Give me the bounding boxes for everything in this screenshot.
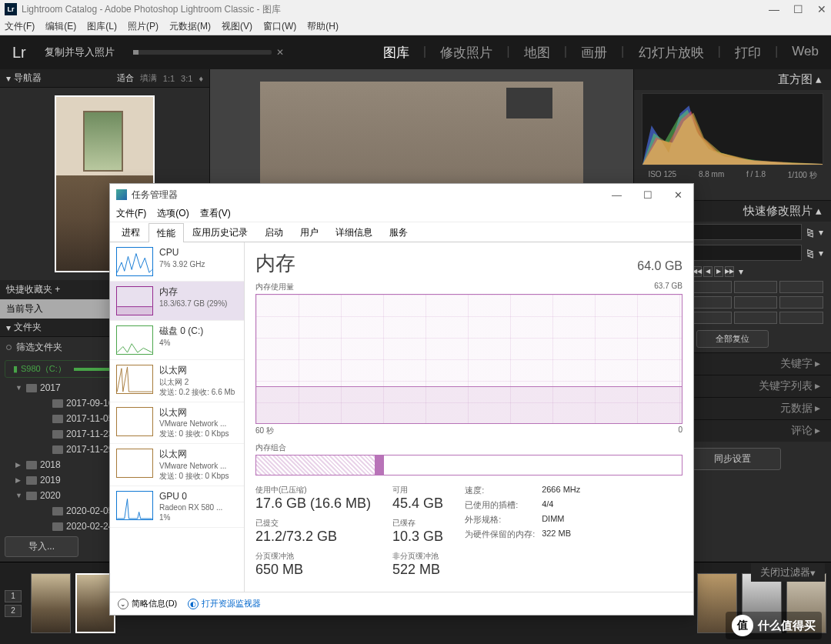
module-slideshow[interactable]: 幻灯片放映 xyxy=(639,44,704,62)
tm-footer: ⌄简略信息(D) ◐打开资源监视器 xyxy=(110,592,693,615)
minimize-button[interactable]: — xyxy=(769,3,779,15)
navigator-header[interactable]: ▾ 导航器 适合 填满 1:1 3:1 ♦ xyxy=(0,69,209,88)
tm-side-eth3[interactable]: 以太网VMware Network ...发送: 0 接收: 0 Kbps xyxy=(110,444,244,486)
tm-side-gpu[interactable]: GPU 0Radeon RX 580 ...1% xyxy=(110,486,244,529)
menu-photo[interactable]: 照片(P) xyxy=(128,20,159,33)
zoom-fit[interactable]: 适合 xyxy=(117,72,134,84)
tm-memory-composition xyxy=(255,455,682,475)
window-titlebar: Lr Lightroom Catalog - Adobe Photoshop L… xyxy=(0,0,831,18)
zoom-3-1[interactable]: 3:1 xyxy=(181,74,192,83)
smzdm-icon: 值 xyxy=(732,615,753,636)
menu-library[interactable]: 图库(L) xyxy=(87,20,117,33)
module-develop[interactable]: 修改照片 xyxy=(440,44,492,62)
module-picker-bar: Lr 复制并导入照片 ✕ 图库| 修改照片| 地图| 画册| 幻灯片放映| 打印… xyxy=(0,35,831,69)
cancel-task-icon[interactable]: ✕ xyxy=(276,47,284,58)
tm-tabs: 进程 性能 应用历史记录 启动 用户 详细信息 服务 xyxy=(110,222,693,242)
app-icon: Lr xyxy=(5,3,17,15)
tm-open-resmon[interactable]: ◐打开资源监视器 xyxy=(188,598,261,609)
filmstrip-thumb[interactable] xyxy=(31,573,71,633)
reset-button[interactable]: 全部复位 xyxy=(696,330,769,348)
close-filter[interactable]: 关闭过滤器 ▾ xyxy=(751,563,825,582)
zoom-fill[interactable]: 填满 xyxy=(140,72,157,84)
tab-apphistory[interactable]: 应用历史记录 xyxy=(184,222,256,242)
tm-capacity: 64.0 GB xyxy=(637,259,682,273)
module-map[interactable]: 地图 xyxy=(524,44,550,62)
tm-close[interactable]: ✕ xyxy=(669,189,687,201)
tm-minimize[interactable]: — xyxy=(607,189,626,201)
menu-window[interactable]: 窗口(W) xyxy=(263,20,296,33)
dropdown-icon[interactable]: ⧎ xyxy=(806,248,814,259)
exif-strip: ISO 1258.8 mmf / 1.81/100 秒 xyxy=(634,169,831,182)
tm-side-disk[interactable]: 磁盘 0 (C:)4% xyxy=(110,321,244,360)
histogram[interactable] xyxy=(642,93,823,165)
module-book[interactable]: 画册 xyxy=(581,44,607,62)
module-print[interactable]: 打印 xyxy=(735,44,761,62)
maximize-button[interactable]: ☐ xyxy=(793,3,803,15)
tab-services[interactable]: 服务 xyxy=(381,222,416,242)
task-manager-window: 任务管理器 — ☐ ✕ 文件(F) 选项(O) 查看(V) 进程 性能 应用历史… xyxy=(109,183,694,616)
tab-processes[interactable]: 进程 xyxy=(113,222,149,242)
tab-startup[interactable]: 启动 xyxy=(256,222,292,242)
tm-menu[interactable]: 文件(F) 选项(O) 查看(V) xyxy=(110,205,693,222)
window-title: Lightroom Catalog - Adobe Photoshop Ligh… xyxy=(22,3,281,16)
tm-side-cpu[interactable]: CPU7% 3.92 GHz xyxy=(110,242,244,282)
tab-users[interactable]: 用户 xyxy=(292,222,327,242)
tm-committed-value: 21.2/73.2 GB xyxy=(255,529,371,545)
tm-titlebar[interactable]: 任务管理器 — ☐ ✕ xyxy=(110,184,693,205)
import-progress xyxy=(133,50,272,55)
module-web[interactable]: Web xyxy=(792,44,819,62)
tm-nonpaged-value: 522 MB xyxy=(392,562,443,578)
histogram-header[interactable]: 直方图 ▴ xyxy=(634,69,831,90)
view-mode-2[interactable]: 2 xyxy=(5,605,22,617)
tm-maximize[interactable]: ☐ xyxy=(639,189,657,201)
tm-sidebar: CPU7% 3.92 GHz 内存18.3/63.7 GB (29%) 磁盘 0… xyxy=(110,242,245,592)
tm-available-value: 45.4 GB xyxy=(392,496,443,512)
tab-performance[interactable]: 性能 xyxy=(149,223,184,242)
task-label: 复制并导入照片 xyxy=(45,45,115,59)
menu-file[interactable]: 文件(F) xyxy=(5,20,35,33)
tm-paged-value: 650 MB xyxy=(255,562,371,578)
menu-view[interactable]: 视图(V) xyxy=(222,20,252,33)
tm-brief-toggle[interactable]: ⌄简略信息(D) xyxy=(118,598,177,609)
view-mode-1[interactable]: 1 xyxy=(5,590,22,602)
tm-menu-file[interactable]: 文件(F) xyxy=(116,207,146,220)
tm-title: 任务管理器 xyxy=(132,189,178,202)
tm-used-value: 17.6 GB (16.6 MB) xyxy=(255,496,371,512)
menu-help[interactable]: 帮助(H) xyxy=(307,20,339,33)
menu-edit[interactable]: 编辑(E) xyxy=(45,20,76,33)
tab-details[interactable]: 详细信息 xyxy=(327,222,381,242)
tm-usage-max: 63.7 GB xyxy=(654,282,682,292)
dropdown-icon[interactable]: ⧎ xyxy=(806,227,814,238)
import-button[interactable]: 导入... xyxy=(5,536,78,557)
tm-metric-title: 内存 xyxy=(255,250,295,277)
tm-main: 内存64.0 GB 内存使用量63.7 GB 60 秒0 内存组合 使用中(已压… xyxy=(245,242,693,592)
tm-usage-label: 内存使用量 xyxy=(255,282,294,292)
close-button[interactable]: ✕ xyxy=(817,3,826,15)
smzdm-watermark: 值 什么值得买 xyxy=(726,612,822,639)
tm-side-eth1[interactable]: 以太网以太网 2发送: 0.2 接收: 6.6 Mb xyxy=(110,360,244,402)
tm-side-eth2[interactable]: 以太网VMware Network ...发送: 0 接收: 0 Kbps xyxy=(110,402,244,445)
app-logo: Lr xyxy=(12,44,26,62)
menu-bar[interactable]: 文件(F) 编辑(E) 图库(L) 照片(P) 元数据(M) 视图(V) 窗口(… xyxy=(0,18,831,35)
zoom-more-icon[interactable]: ♦ xyxy=(199,74,203,83)
tm-composition-label: 内存组合 xyxy=(255,442,682,453)
tm-cached-value: 10.3 GB xyxy=(392,529,443,545)
navigator-label: 导航器 xyxy=(14,72,42,85)
tm-app-icon xyxy=(116,189,127,200)
tm-memory-chart xyxy=(255,294,682,424)
menu-metadata[interactable]: 元数据(M) xyxy=(169,20,211,33)
svg-rect-0 xyxy=(117,307,152,315)
module-library[interactable]: 图库 xyxy=(383,44,409,62)
tm-side-memory[interactable]: 内存18.3/63.7 GB (29%) xyxy=(110,282,244,321)
sync-button[interactable]: 同步设置 xyxy=(684,448,781,470)
tm-menu-view[interactable]: 查看(V) xyxy=(200,207,231,220)
zoom-1-1[interactable]: 1:1 xyxy=(163,74,175,83)
tm-menu-options[interactable]: 选项(O) xyxy=(157,207,189,220)
